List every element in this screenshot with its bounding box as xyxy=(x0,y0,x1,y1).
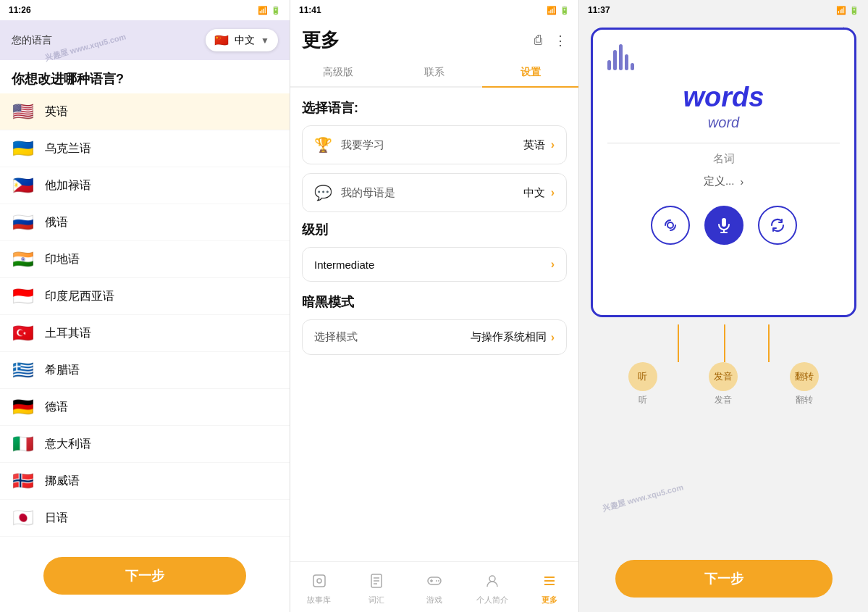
flip-label-button[interactable]: 翻转 xyxy=(790,362,819,391)
word-def-text: 定义... xyxy=(704,175,735,188)
language-header: 您的语言 🇨🇳 中文 ▼ xyxy=(0,20,290,60)
word-sub: word xyxy=(607,114,840,131)
speech-bubble-icon: 💬 xyxy=(314,184,332,201)
nav-item-stories[interactable]: 故事库 xyxy=(290,569,348,605)
language-selector[interactable]: 🇨🇳 中文 ▼ xyxy=(206,29,278,51)
word-main: words xyxy=(607,82,840,113)
card-actions xyxy=(607,206,840,245)
list-item[interactable]: 🇺🇸 英语 xyxy=(0,93,290,130)
list-item[interactable]: 🇷🇺 俄语 xyxy=(0,204,290,241)
flip-label-caption: 翻转 xyxy=(796,394,813,406)
list-item[interactable]: 🇯🇵 日语 xyxy=(0,500,290,537)
listen-label-text: 听 xyxy=(638,370,647,383)
stories-icon xyxy=(311,573,327,592)
tabs-row: 高级版 联系 设置 xyxy=(290,59,578,88)
chevron-right-icon-2: › xyxy=(551,186,555,199)
status-icons-1: 📶 🔋 xyxy=(258,6,281,15)
battery-icon-1: 🔋 xyxy=(271,6,281,15)
flag-english: 🇺🇸 xyxy=(12,101,35,122)
native-language-option[interactable]: 💬 我的母语是 中文 › xyxy=(302,173,567,212)
nav-item-games[interactable]: 游戏 xyxy=(405,569,463,605)
lang-name-turkish: 土耳其语 xyxy=(45,326,91,341)
tab-contact-label: 联系 xyxy=(424,66,444,77)
nav-label-stories: 故事库 xyxy=(307,595,331,605)
lang-name-norwegian: 挪威语 xyxy=(45,474,80,489)
word-definition[interactable]: 定义... › xyxy=(607,175,840,188)
svg-rect-16 xyxy=(722,218,726,227)
language-list: 🇺🇸 英语 🇺🇦 乌克兰语 🇵🇭 他加禄语 🇷🇺 俄语 🇮🇳 印地语 🇮🇩 印度… xyxy=(0,93,290,537)
selected-language-text: 中文 xyxy=(235,34,255,47)
list-item[interactable]: 🇮🇳 印地语 xyxy=(0,241,290,278)
tab-contact[interactable]: 联系 xyxy=(387,59,483,86)
wave-bar-5 xyxy=(631,63,634,70)
dark-mode-option[interactable]: 选择模式 与操作系统相同 › xyxy=(302,319,567,355)
list-item[interactable]: 🇵🇭 他加禄语 xyxy=(0,167,290,204)
panel2-header-icons: ⎙ ⋮ xyxy=(534,33,567,49)
learn-value: 英语 xyxy=(523,138,545,152)
flag-tagalog: 🇵🇭 xyxy=(12,175,35,196)
list-item[interactable]: 🇮🇩 印度尼西亚语 xyxy=(0,278,290,315)
chevron-down-icon: ▼ xyxy=(261,35,269,46)
level-option[interactable]: Intermediate › xyxy=(302,247,567,282)
time-2: 11:41 xyxy=(299,5,321,15)
listen-button[interactable] xyxy=(651,206,690,245)
list-item[interactable]: 🇺🇦 乌克兰语 xyxy=(0,130,290,167)
nav-item-vocabulary[interactable]: 词汇 xyxy=(348,569,406,605)
list-item[interactable]: 🇬🇷 希腊语 xyxy=(0,352,290,389)
wave-bar-3 xyxy=(619,44,623,70)
svg-point-1 xyxy=(317,579,321,583)
share-icon[interactable]: ⎙ xyxy=(534,33,542,49)
nav-item-more[interactable]: 更多 xyxy=(521,569,578,605)
connector-line-1 xyxy=(678,324,679,362)
dark-mode-value: 与操作系统相同 xyxy=(471,330,547,344)
label-flip: 翻转 翻转 xyxy=(790,362,819,406)
chevron-right-icon-3: › xyxy=(551,258,555,271)
learn-language-option[interactable]: 🏆 我要学习 英语 › xyxy=(302,125,567,164)
native-value: 中文 xyxy=(523,186,545,200)
next-button-3[interactable]: 下一步 xyxy=(615,560,833,598)
dark-mode-section-title: 暗黑模式 xyxy=(302,293,567,311)
wave-bar-4 xyxy=(625,54,628,70)
pronounce-label-button[interactable]: 发音 xyxy=(709,362,738,391)
listen-label-button[interactable]: 听 xyxy=(628,362,657,391)
next-button-1[interactable]: 下一步 xyxy=(43,557,246,595)
tab-premium[interactable]: 高级版 xyxy=(290,59,387,86)
learn-language-left: 🏆 我要学习 xyxy=(314,136,384,154)
level-section-title: 级别 xyxy=(302,221,567,238)
nav-label-profile: 个人简介 xyxy=(476,595,508,605)
word-divider xyxy=(607,143,840,143)
connector-lines xyxy=(591,324,856,362)
list-item[interactable]: 🇩🇪 德语 xyxy=(0,389,290,426)
wave-bar-2 xyxy=(613,50,617,70)
refresh-button[interactable] xyxy=(758,206,797,245)
time-3: 11:37 xyxy=(588,5,610,15)
status-bar-1: 11:26 📶 🔋 xyxy=(0,0,290,20)
panel-language-selection: 11:26 📶 🔋 您的语言 🇨🇳 中文 ▼ 兴趣屋 www.xqu5.com … xyxy=(0,0,290,612)
nav-item-profile[interactable]: 个人简介 xyxy=(463,569,521,605)
list-item[interactable]: 🇹🇷 土耳其语 xyxy=(0,315,290,352)
nav-label-more: 更多 xyxy=(542,595,557,605)
lang-name-english: 英语 xyxy=(45,104,68,120)
panel-flashcard: 11:37 📶 🔋 ▶ words word 名词 定义... › xyxy=(579,0,868,612)
watermark-3: 兴趣屋 www.xqu5.com xyxy=(601,482,685,514)
settings-content: 选择语言: 🏆 我要学习 英语 › 💬 我的母语是 中文 › 级别 Inter xyxy=(290,88,578,366)
word-pos: 名词 xyxy=(607,152,840,166)
tab-settings[interactable]: 设置 xyxy=(482,59,578,86)
battery-icon-3: 🔋 xyxy=(849,6,859,15)
flag-italian: 🇮🇹 xyxy=(12,434,35,454)
your-language-label: 您的语言 xyxy=(12,34,52,47)
label-listen: 听 听 xyxy=(628,362,657,406)
flag-hindi: 🇮🇳 xyxy=(12,249,35,269)
lang-name-indonesian: 印度尼西亚语 xyxy=(45,289,114,304)
mic-button[interactable] xyxy=(704,206,743,245)
more-options-icon[interactable]: ⋮ xyxy=(554,33,567,49)
list-item[interactable]: 🇮🇹 意大利语 xyxy=(0,426,290,463)
flashcard: words word 名词 定义... › xyxy=(591,28,856,317)
flag-german: 🇩🇪 xyxy=(12,397,35,417)
bottom-navigation: 故事库 词汇 游戏 个人简介 更多 xyxy=(290,561,578,612)
profile-icon xyxy=(484,573,500,592)
list-item[interactable]: 🇳🇴 挪威语 xyxy=(0,463,290,500)
definition-arrow-icon: › xyxy=(740,176,743,188)
native-label: 我的母语是 xyxy=(341,186,395,200)
card-labels-container: 听 听 发音 发音 翻转 翻转 xyxy=(579,324,868,406)
